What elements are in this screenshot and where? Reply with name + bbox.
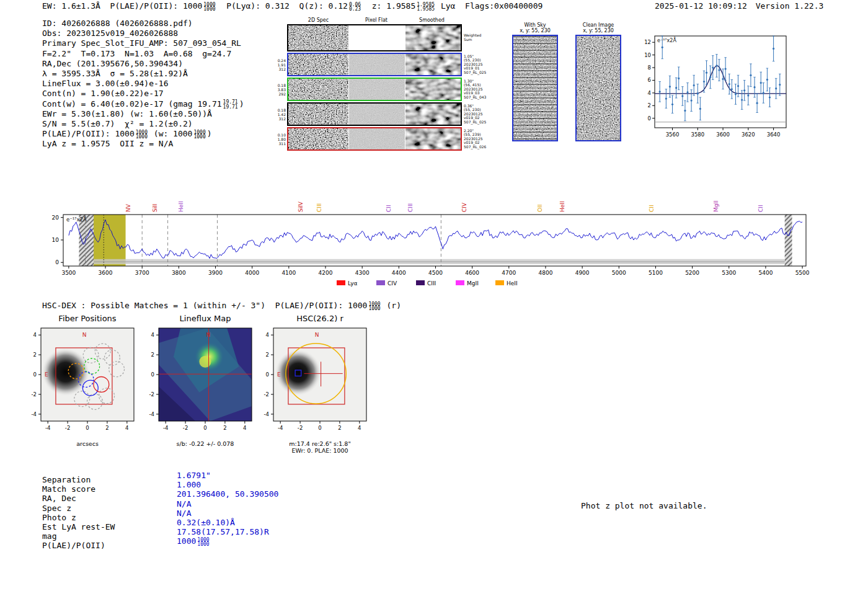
info-line: F=2.2" T=0.173 N=1.03 A=0.68 g=24.7 [42, 49, 244, 59]
svg-text:-4: -4 [278, 425, 283, 431]
clean-image-noise [577, 36, 620, 140]
match-field-label: mag [42, 531, 56, 541]
2d-row-strips [287, 127, 462, 151]
summary-stats-line: EW: 1.6±1.3Å P(LAE)/P(OII): 100010001000… [42, 1, 542, 12]
fiber-positions-image: NE-4-4-2-2002244 [22, 324, 141, 440]
clean-image-subtitle: x, y: 55, 230 [575, 28, 621, 33]
panel-xlabel: s/b: -0.22 +/- 0.078 [140, 440, 259, 447]
svg-text:SiIV: SiIV [298, 201, 304, 212]
svg-text:HeII: HeII [178, 201, 184, 212]
svg-text:N: N [315, 332, 319, 338]
svg-text:E: E [277, 371, 281, 378]
svg-text:4600: 4600 [465, 270, 479, 276]
svg-text:0: 0 [203, 425, 206, 431]
svg-text:-4: -4 [32, 411, 37, 417]
info-line: RA,Dec (201.395676,50.390434) [42, 59, 244, 69]
match-field-label: Match score [42, 484, 95, 494]
stacked-fraction: 10001000 [136, 130, 148, 140]
stacked-fraction: 10001000 [203, 2, 215, 12]
with-sky-subtitle: x, y: 55, 230 [512, 28, 558, 33]
timestamp-version: 2025-01-12 10:09:12Version 1.22.3 [655, 1, 823, 11]
svg-text:2: 2 [33, 352, 37, 358]
svg-text:3800: 3800 [172, 270, 186, 276]
svg-text:-2: -2 [32, 391, 37, 398]
svg-text:3620: 3620 [742, 131, 755, 138]
svg-text:4200: 4200 [319, 270, 333, 276]
svg-text:CIV: CIV [388, 280, 397, 287]
2d-spec-cutouts: 2D SpecPixel FlatSmoothedWeightedSum0.24… [275, 17, 494, 152]
svg-text:3700: 3700 [135, 270, 149, 276]
info-line: P(LAE)/P(OII): 100010001000 (w: 10001000… [42, 129, 244, 139]
svg-text:5200: 5200 [685, 270, 699, 276]
match-table: Separation1.6791"Match score1.000RA, Dec… [42, 475, 340, 562]
lineflux-map-panel: Lineflux Map N-4-4-2-2002244 s/b: -0.22 … [140, 314, 259, 447]
fiber-positions-panel: Fiber Positions NE-4-4-2-2002244 arcsecs [22, 314, 141, 447]
panel-xlabel2: EWr: 0. PLAE: 1000 [255, 447, 374, 454]
svg-text:OII: OII [537, 205, 543, 212]
svg-text:MgII: MgII [713, 200, 719, 212]
panel-title: Fiber Positions [22, 314, 141, 324]
stacked-fraction: 19.7119.71 [223, 100, 238, 109]
svg-text:CII: CII [758, 205, 764, 212]
svg-text:0: 0 [86, 425, 89, 431]
match-field-value: N/A [177, 509, 191, 518]
svg-text:0: 0 [151, 371, 154, 378]
svg-text:3560: 3560 [666, 131, 680, 138]
2d-column-header: Pixel Flat [348, 17, 404, 23]
pixel-flat-image [349, 128, 405, 149]
svg-text:-2: -2 [183, 425, 188, 431]
clean-image-panel: Clean Image x, y: 55, 230 [575, 22, 621, 141]
2d-row-annotation: 1.05"(55, 230)20230125v019_01507_RL_025 [462, 53, 494, 76]
match-field-label: RA, Dec [42, 494, 76, 503]
full-spectrum-plot: e⁻¹⁷x2Å010203500360037003800390040004100… [37, 179, 818, 291]
with-sky-image [512, 35, 558, 141]
svg-text:5100: 5100 [649, 270, 663, 276]
svg-text:4: 4 [266, 332, 269, 338]
svg-text:3600: 3600 [716, 131, 730, 138]
svg-text:4300: 4300 [355, 270, 370, 276]
svg-text:0: 0 [55, 259, 59, 265]
svg-text:-2: -2 [149, 391, 154, 398]
elixer-report-page: { "meta": {"timestamp": "2025-01-12 10:0… [0, 0, 868, 591]
info-line: Cont(n) = 1.90(±0.22)e-17 [42, 89, 244, 99]
info-line: EWr = 5.30(±1.80) (w: 1.60(±0.50))Å [42, 109, 244, 119]
svg-text:4700: 4700 [502, 270, 516, 276]
match-field-label: Photo z [42, 513, 76, 522]
svg-text:2: 2 [151, 352, 154, 358]
stacked-fraction: 1.95851.9585 [417, 2, 435, 12]
svg-text:4000: 4000 [245, 270, 259, 276]
svg-text:10: 10 [52, 237, 60, 243]
svg-text:20: 20 [52, 215, 60, 221]
svg-text:NV: NV [125, 203, 131, 212]
svg-text:4400: 4400 [392, 270, 406, 276]
svg-text:8: 8 [648, 64, 651, 71]
2d-row-annotation: 1.30"(56, 415)20230125v019_03507_RL_043 [462, 78, 494, 101]
2d-row-annotation: 0.36"(55, 230)20230125v019_02507_RL_025 [462, 102, 494, 126]
svg-text:2: 2 [105, 425, 108, 431]
smoothed-image [405, 54, 461, 75]
svg-text:3640: 3640 [767, 131, 781, 138]
svg-text:-4: -4 [149, 411, 154, 417]
stacked-fraction: 10001000 [193, 130, 205, 140]
2d-spec-image [288, 25, 348, 50]
smoothed-image [405, 25, 461, 50]
match-field-value: 0.32(±0.10)Å [177, 518, 235, 527]
svg-text:4: 4 [243, 425, 246, 431]
svg-text:4: 4 [33, 332, 37, 338]
line-fit-plot: 02468101235603580360036203640e⁻¹⁷x2Å [632, 27, 794, 146]
svg-text:E: E [45, 371, 48, 378]
svg-text:CII: CII [649, 205, 655, 212]
svg-text:SiII: SiII [152, 203, 158, 212]
2d-row-strips [287, 102, 462, 126]
hsc-match-line: HSC-DEX : Possible Matches = 1 (within +… [42, 301, 401, 311]
svg-text:CIII: CIII [427, 280, 436, 287]
2d-row-annotation: WeightedSum [462, 24, 494, 51]
info-line: λ = 3595.33Å σ = 5.28(±1.92)Å [42, 69, 244, 79]
info-line: LineFlux = 3.00(±0.94)e-16 [42, 79, 244, 89]
2d-row-left-label [275, 24, 287, 51]
2d-row-strips [287, 78, 462, 101]
match-field-value: 100010001000 [177, 536, 211, 547]
svg-text:-2: -2 [264, 391, 269, 398]
pixel-flat-image [349, 54, 405, 75]
with-sky-title: With Sky [512, 22, 558, 28]
